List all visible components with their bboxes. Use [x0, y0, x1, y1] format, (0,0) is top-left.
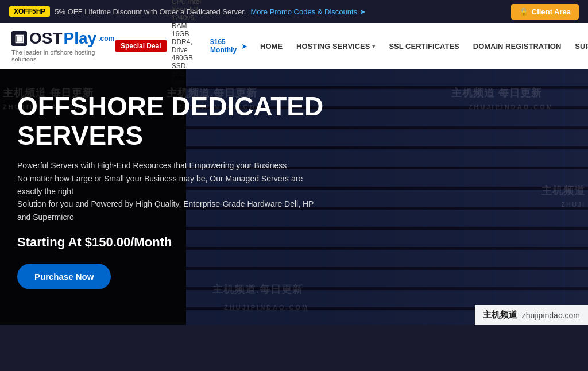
purchase-now-button[interactable]: Purchase Now [17, 264, 111, 289]
nav-link-home[interactable]: HOME [253, 26, 289, 67]
lock-icon: 🔒 [519, 7, 528, 16]
logo-com: .com [98, 34, 114, 42]
watermark-10: ZHUJI [561, 201, 585, 208]
nav-link-hosting[interactable]: HOSTING SERVICES ▾ [289, 26, 382, 67]
hosting-dropdown-icon: ▾ [372, 43, 375, 49]
hero-description: Powerful Servers with High-End Resources… [17, 159, 316, 223]
promo-link[interactable]: More Promo Codes & Discounts [250, 7, 365, 16]
special-deal-badge: Special Deal [115, 40, 167, 52]
logo-server-icon: ▣ [11, 31, 27, 46]
watermark-9: 主机频道 [541, 184, 585, 198]
hero-price: Starting At $150.00/Month [17, 235, 362, 250]
special-deal-arrow-icon: ➤ [241, 42, 247, 51]
watermark-8: ZHUJIPINDAO.COM [224, 304, 309, 311]
logo-host: OST [29, 29, 63, 48]
hero-content: OFFSHORE DEDICATED SERVERS Powerful Serv… [17, 92, 362, 289]
client-area-button[interactable]: 🔒 Client Area [511, 4, 579, 20]
bottom-watermark-box: 主机频道 zhujipindao.com [475, 305, 588, 325]
special-deal-price-link[interactable]: $165 Monthly [210, 38, 237, 54]
hero-section: 主机频道 每日更新 ZHUJIPINDAO.COM 主机频道.每日更新 ZHUJ… [0, 69, 588, 325]
nav-item-home: HOME [253, 26, 289, 67]
logo-text: ▣ OST Play .com [11, 29, 114, 48]
nav-item-ssl: SSL CERTIFICATES [382, 26, 466, 67]
promo-code-badge: XOFF5HP [9, 6, 50, 17]
bottom-watermark-text: 主机频道 [483, 310, 517, 320]
watermark-5: 主机频道 每日更新 [451, 86, 542, 100]
nav-link-support[interactable]: SUPPORT ▾ [568, 26, 588, 67]
logo: ▣ OST Play .com The leader in offshore h… [11, 29, 115, 63]
logo-play: Play [64, 29, 97, 48]
nav-item-hosting: HOSTING SERVICES ▾ [289, 26, 382, 67]
bottom-watermark-url: zhujipindao.com [522, 311, 580, 320]
nav-item-domain: DOMAIN REGISTRATION [466, 26, 568, 67]
nav-link-domain[interactable]: DOMAIN REGISTRATION [466, 26, 568, 67]
logo-tagline: The leader in offshore hosting solutions [11, 49, 115, 63]
navbar: ▣ OST Play .com The leader in offshore h… [0, 23, 588, 69]
hero-title: OFFSHORE DEDICATED SERVERS [17, 92, 362, 150]
nav-menu: HOME HOSTING SERVICES ▾ SSL CERTIFICATES… [253, 26, 588, 67]
watermark-6: ZHUJIPINDAO.COM [469, 103, 554, 110]
announcement-bar: XOFF5HP 5% OFF Lifetime Discount with Or… [0, 0, 588, 23]
nav-link-ssl[interactable]: SSL CERTIFICATES [382, 26, 466, 67]
nav-item-support: SUPPORT ▾ [568, 26, 588, 67]
